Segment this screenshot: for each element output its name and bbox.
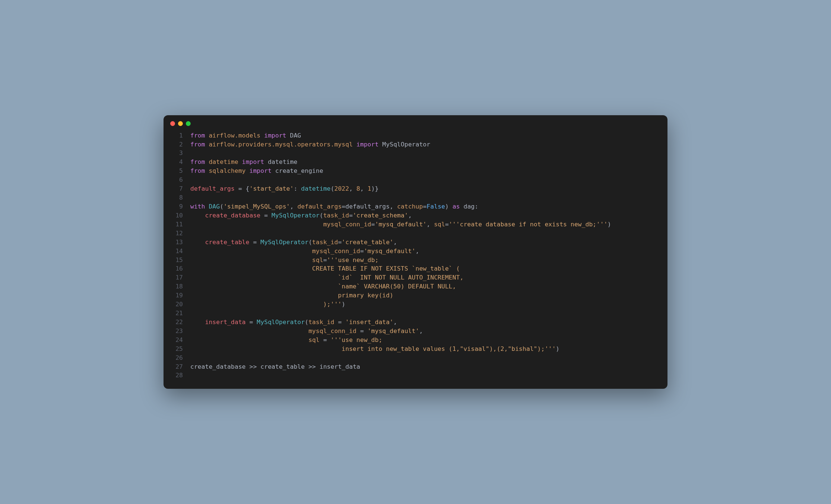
token: { — [246, 185, 249, 192]
token: create_database — [205, 212, 261, 219]
token: create_database — [190, 363, 246, 370]
code-line: 26 — [171, 353, 660, 362]
code-line: 22 insert_data = MySqlOperator(task_id =… — [171, 318, 660, 327]
token: ( — [305, 319, 308, 326]
token: , — [416, 248, 419, 255]
token: 'mysq_default' — [368, 327, 419, 335]
token — [190, 327, 308, 335]
token: 'start_date' — [249, 185, 294, 192]
token: as — [452, 203, 460, 210]
token — [334, 319, 338, 326]
token — [261, 212, 264, 219]
token: 8 — [356, 185, 360, 192]
line-content: create_table = MySqlOperator(task_id='cr… — [190, 238, 660, 247]
token: , — [393, 319, 397, 326]
token: ( — [308, 239, 312, 246]
token — [379, 141, 382, 148]
token: import — [264, 132, 287, 139]
token: insert into new_table values (1,"visaal"… — [190, 345, 556, 352]
token: = — [445, 221, 449, 228]
token: primary key(id) — [190, 292, 393, 299]
token: mysql_conn_id — [323, 221, 371, 228]
line-content: create_database >> create_table >> inser… — [190, 362, 660, 371]
token: DAG — [290, 132, 301, 139]
token: create_table — [261, 363, 305, 370]
token: import — [249, 167, 272, 174]
line-number: 16 — [171, 264, 183, 273]
line-content: from datetime import datetime — [190, 158, 660, 167]
token: `name` VARCHAR(50) DEFAULT NULL, — [190, 283, 456, 290]
token: datetime — [301, 185, 330, 192]
minimize-icon[interactable] — [178, 121, 183, 126]
token — [460, 203, 463, 210]
line-number: 14 — [171, 247, 183, 256]
token: '''create database if not exists new_db;… — [449, 221, 607, 228]
line-number: 11 — [171, 220, 183, 229]
code-editor[interactable]: 1from airflow.models import DAG2from air… — [164, 129, 667, 389]
line-number: 2 — [171, 140, 183, 149]
token: airflow.models — [209, 132, 261, 139]
token: airflow.providers.mysql.operators.mysql — [209, 141, 353, 148]
token: ( — [331, 185, 334, 192]
line-number: 13 — [171, 238, 183, 247]
maximize-icon[interactable] — [186, 121, 191, 126]
token: MySqlOperator — [272, 212, 320, 219]
token — [205, 158, 209, 165]
token: sql — [434, 221, 445, 228]
token: create_engine — [275, 167, 323, 174]
token: , — [419, 327, 423, 335]
token: 'mysq_default' — [364, 248, 416, 255]
token — [268, 212, 272, 219]
token — [327, 336, 331, 343]
token — [393, 203, 397, 210]
token: '''use new_db; — [327, 256, 379, 264]
code-line: 28 — [171, 371, 660, 380]
token — [205, 141, 209, 148]
token: , — [390, 203, 394, 210]
token: sqlalchemy — [209, 167, 246, 174]
code-line: 16 CREATE TABLE IF NOT EXISTS `new_table… — [171, 264, 660, 273]
code-line: 17 `id` INT NOT NULL AUTO_INCREMENT, — [171, 273, 660, 282]
token: = — [349, 212, 353, 219]
line-number: 19 — [171, 291, 183, 300]
line-number: 20 — [171, 300, 183, 309]
code-line: 1from airflow.models import DAG — [171, 131, 660, 140]
token — [190, 248, 312, 255]
token — [246, 319, 249, 326]
code-line: 3 — [171, 149, 660, 158]
token: = — [423, 203, 427, 210]
token: 'mysq_default' — [375, 221, 427, 228]
token: );''' — [190, 301, 342, 308]
token: , — [427, 221, 430, 228]
line-number: 5 — [171, 167, 183, 175]
token — [257, 239, 261, 246]
token: task_id — [312, 239, 338, 246]
code-line: 25 insert into new_table values (1,"visa… — [171, 345, 660, 353]
token: insert_data — [320, 363, 360, 370]
token — [190, 319, 205, 326]
token: sql — [312, 256, 323, 264]
token: ) — [556, 345, 559, 352]
line-number: 24 — [171, 336, 183, 345]
token — [190, 239, 205, 246]
token: insert_data — [205, 319, 246, 326]
token: with — [190, 203, 205, 210]
token: )} — [371, 185, 379, 192]
token: default_args — [190, 185, 235, 192]
token — [190, 212, 205, 219]
token: mysql_conn_id — [312, 248, 360, 255]
line-number: 1 — [171, 131, 183, 140]
token: ) — [342, 301, 345, 308]
token: CREATE TABLE IF NOT EXISTS `new_table` ( — [190, 265, 460, 272]
line-number: 3 — [171, 149, 183, 158]
code-line: 2from airflow.providers.mysql.operators.… — [171, 140, 660, 149]
token: , — [290, 203, 294, 210]
token — [205, 203, 209, 210]
token: = — [323, 336, 327, 343]
close-icon[interactable] — [170, 121, 175, 126]
token: = — [360, 248, 364, 255]
line-content: mysql_conn_id='mysq_default', sql='''cre… — [190, 220, 660, 229]
token — [320, 336, 323, 343]
token — [205, 132, 209, 139]
line-number: 28 — [171, 371, 183, 380]
